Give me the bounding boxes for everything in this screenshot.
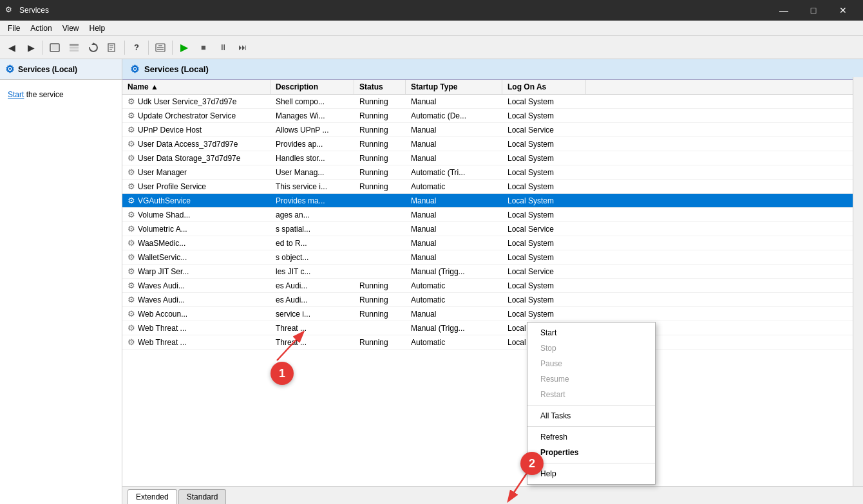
tab-standard[interactable]: Standard <box>178 489 227 504</box>
cell-logon: Local System <box>502 280 586 292</box>
table-row[interactable]: ⚙ User Profile Service This service i...… <box>122 180 863 194</box>
table-row[interactable]: ⚙ Udk User Service_37d7d97e Shell compo.… <box>122 95 863 109</box>
col-header-status[interactable]: Status <box>354 80 406 94</box>
restart-service-button[interactable]: ⏭ <box>233 39 251 57</box>
cell-name: ⚙ Web Threat ... <box>122 336 270 348</box>
show-list-button[interactable] <box>65 39 83 57</box>
cell-desc: ages an... <box>270 209 354 221</box>
cell-status <box>354 256 406 259</box>
sep4 <box>172 41 173 55</box>
table-row[interactable]: ⚙ Update Orchestrator Service Manages Wi… <box>122 109 863 123</box>
cell-desc: Provides ap... <box>270 138 354 150</box>
bottom-tabs: Extended Standard <box>122 486 863 504</box>
table-row[interactable]: ⚙ Web Accoun... service i... Running Man… <box>122 307 863 321</box>
stop-service-button[interactable]: ■ <box>194 39 213 57</box>
table-row[interactable]: ⚙ User Manager User Manag... Running Aut… <box>122 165 863 180</box>
service-action-text: the service <box>24 90 63 99</box>
gear-icon: ⚙ <box>128 295 135 304</box>
menu-help[interactable]: Help <box>84 23 111 34</box>
export-button[interactable] <box>104 39 122 57</box>
cell-startup: Manual <box>406 195 502 207</box>
cell-desc: Shell compo... <box>270 96 354 107</box>
start-link[interactable]: Start <box>8 90 24 99</box>
cell-name: ⚙ Udk User Service_37d7d97e <box>122 95 270 107</box>
table-row[interactable]: ⚙ User Data Storage_37d7d97e Handles sto… <box>122 151 863 165</box>
col-header-desc[interactable]: Description <box>270 80 354 94</box>
minimize-button[interactable]: — <box>769 0 799 21</box>
cell-name: ⚙ Waves Audi... <box>122 279 270 292</box>
ctx-item-properties[interactable]: Properties <box>527 445 655 460</box>
cell-desc: Manages Wi... <box>270 110 354 122</box>
cell-desc: es Audi... <box>270 280 354 292</box>
table-row[interactable]: ⚙ Volume Shad... ages an... Manual Local… <box>122 208 863 222</box>
cell-startup: Manual <box>406 209 502 221</box>
gear-icon: ⚙ <box>128 337 135 347</box>
cell-desc: This service i... <box>270 181 354 192</box>
cell-startup: Automatic <box>406 337 502 348</box>
ctx-item-all-tasks[interactable]: All Tasks <box>527 408 655 424</box>
left-panel-title: Services (Local) <box>18 65 77 74</box>
cell-startup: Automatic <box>406 181 502 192</box>
left-panel: ⚙ Services (Local) Start the service <box>0 59 122 504</box>
right-panel-title: Services (Local) <box>144 64 209 74</box>
table-row[interactable]: ⚙ WalletServic... s object... Manual Loc… <box>122 250 863 265</box>
ctx-item-help[interactable]: Help <box>527 466 655 481</box>
gear-icon: ⚙ <box>128 238 135 248</box>
cell-logon: Local Service <box>502 266 586 277</box>
start-service-button[interactable]: ▶ <box>175 39 193 57</box>
cell-desc: Threat ... <box>270 322 354 334</box>
cell-status: Running <box>354 138 406 150</box>
table-row[interactable]: ⚙ WaaSMedic... ed to R... Manual Local S… <box>122 236 863 250</box>
table-row[interactable]: ⚙ Volumetric A... s spatial... Manual Lo… <box>122 222 863 236</box>
table-row[interactable]: ⚙ User Data Access_37d7d97e Provides ap.… <box>122 137 863 151</box>
ctx-separator <box>527 463 655 463</box>
services-table: Name ▲ Description Status Startup Type L… <box>122 80 863 486</box>
table-row[interactable]: ⚙ Warp JIT Ser... les JIT c... Manual (T… <box>122 265 863 279</box>
table-row[interactable]: ⚙ Web Threat ... Threat ... Manual (Trig… <box>122 321 863 335</box>
close-button[interactable]: ✕ <box>828 0 858 21</box>
table-row[interactable]: ⚙ VGAuthService Provides ma... Manual Lo… <box>122 194 863 208</box>
cell-desc: les JIT c... <box>270 266 354 277</box>
table-row[interactable]: ⚙ Waves Audi... es Audi... Running Autom… <box>122 293 863 307</box>
cell-logon: Local System <box>502 238 586 249</box>
cell-desc: Handles stor... <box>270 153 354 164</box>
cell-status <box>354 214 406 216</box>
cell-logon: Local System <box>502 209 586 221</box>
cell-desc: Allows UPnP ... <box>270 124 354 136</box>
left-panel-content: Start the service <box>0 80 122 504</box>
cell-startup: Manual (Trigg... <box>406 266 502 277</box>
ctx-item-start[interactable]: Start <box>527 325 655 341</box>
menu-view[interactable]: View <box>57 23 84 34</box>
forward-button[interactable]: ▶ <box>22 39 40 57</box>
cell-desc: es Audi... <box>270 294 354 306</box>
table-body[interactable]: ⚙ Udk User Service_37d7d97e Shell compo.… <box>122 95 863 483</box>
table-row[interactable]: ⚙ Waves Audi... es Audi... Running Autom… <box>122 279 863 293</box>
ctx-item-refresh[interactable]: Refresh <box>527 429 655 445</box>
back-button[interactable]: ◀ <box>3 39 21 57</box>
cell-name: ⚙ User Profile Service <box>122 180 270 192</box>
tab-extended[interactable]: Extended <box>128 489 177 504</box>
ctx-item-restart: Restart <box>527 387 655 402</box>
table-row[interactable]: ⚙ UPnP Device Host Allows UPnP ... Runni… <box>122 123 863 137</box>
cell-startup: Automatic <box>406 280 502 292</box>
cell-status <box>354 327 406 330</box>
cell-status: Running <box>354 308 406 320</box>
col-header-logon[interactable]: Log On As <box>502 80 586 94</box>
menu-file[interactable]: File <box>3 23 25 34</box>
col-header-name[interactable]: Name ▲ <box>122 80 270 94</box>
cell-desc: Threat ... <box>270 337 354 348</box>
right-panel-header: ⚙ Services (Local) <box>122 59 863 80</box>
scrollbar[interactable] <box>853 77 863 486</box>
svg-rect-4 <box>70 50 79 51</box>
menu-action[interactable]: Action <box>25 23 57 34</box>
show-console-button[interactable] <box>46 39 64 57</box>
cell-name: ⚙ Waves Audi... <box>122 294 270 306</box>
table-row[interactable]: ⚙ Web Threat ... Threat ... Running Auto… <box>122 335 863 350</box>
properties-button[interactable] <box>151 39 169 57</box>
pause-service-button[interactable]: ⏸ <box>214 39 232 57</box>
refresh-button[interactable] <box>84 39 102 57</box>
help-button[interactable]: ? <box>128 39 146 57</box>
col-header-startup[interactable]: Startup Type <box>406 80 502 94</box>
cell-status: Running <box>354 167 406 178</box>
maximize-button[interactable]: □ <box>799 0 828 21</box>
